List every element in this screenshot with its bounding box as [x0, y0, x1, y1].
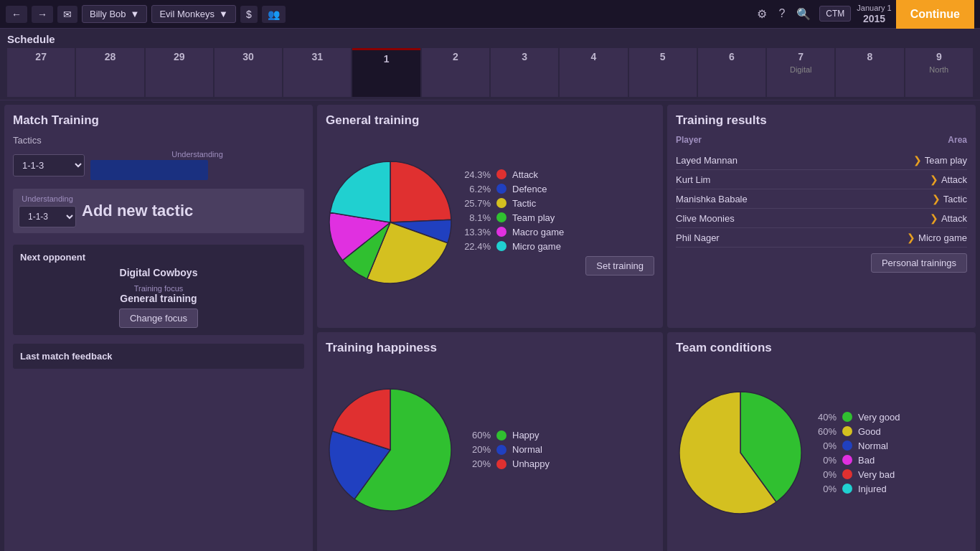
legend-dot: [496, 184, 507, 194]
schedule-day[interactable]: 3: [491, 48, 558, 97]
last-match-title: Last match feedback: [20, 351, 297, 362]
add-tactic-select[interactable]: 1-1-3: [19, 206, 76, 227]
schedule-event-label: Digital: [768, 65, 833, 74]
legend-dot: [842, 484, 852, 494]
legend-item: 40% Very good: [814, 412, 967, 423]
schedule-day[interactable]: 9North: [905, 48, 973, 97]
legend-label: Normal: [512, 444, 542, 455]
training-results-card: Training results Player Area Layed Manna…: [667, 105, 976, 328]
legend-item: 25.7% Tactic: [463, 198, 654, 209]
training-happiness-content: 60% Happy20% Normal20% Unhappy: [326, 361, 654, 538]
add-tactic-label: Add new tactic: [82, 202, 193, 220]
legend-item: 0% Injured: [814, 484, 967, 494]
player-name: Kurt Lim: [676, 174, 924, 185]
legend-pct: 60%: [814, 426, 837, 437]
schedule-day[interactable]: 2: [422, 48, 489, 97]
player-name: Phil Nager: [676, 232, 901, 243]
tactic-select[interactable]: 1-1-3: [13, 154, 85, 176]
team-selector[interactable]: Evil Monkeys ▼: [151, 5, 235, 23]
schedule-day[interactable]: 4: [560, 48, 627, 97]
legend-label: Attack: [512, 169, 538, 180]
legend-pct: 0%: [814, 469, 837, 480]
conditions-legend: 40% Very good60% Good0% Normal0% Bad0% V…: [814, 412, 967, 494]
schedule-day[interactable]: 8: [836, 48, 903, 97]
legend-item: 0% Very bad: [814, 469, 967, 480]
schedule-day[interactable]: 28: [76, 48, 143, 97]
legend-pct: 0%: [814, 455, 837, 466]
training-focus-value: General training: [20, 293, 297, 304]
transfer-button[interactable]: $: [240, 6, 258, 23]
nav-date-line2: 2015: [857, 13, 891, 25]
training-happiness-card: Training happiness 60% Happy20% Normal20…: [317, 332, 663, 551]
schedule-day[interactable]: 6: [698, 48, 765, 97]
manager-dropdown-icon: ▼: [131, 9, 140, 19]
player-name: Layed Mannan: [676, 155, 908, 166]
legend-item: 0% Bad: [814, 455, 967, 466]
schedule-day[interactable]: 31: [283, 48, 351, 97]
legend-item: 20% Normal: [463, 444, 654, 455]
squad-button[interactable]: 👥: [262, 6, 286, 23]
player-area: ❯ Team play: [913, 154, 967, 166]
schedule-day[interactable]: 7Digital: [767, 48, 834, 97]
schedule-days: 27282930311234567Digital89North: [7, 48, 973, 97]
continue-button[interactable]: Continue: [896, 0, 974, 29]
help-button[interactable]: ?: [776, 4, 788, 23]
schedule-day[interactable]: 30: [215, 48, 282, 97]
general-training-title: General training: [326, 113, 654, 128]
legend-item: 13.3% Macro game: [463, 227, 654, 237]
top-nav: ← → ✉ Billy Bob ▼ Evil Monkeys ▼ $ 👥 ⚙ ?…: [0, 0, 980, 29]
table-row: Clive Moonies ❯ Attack: [676, 209, 967, 228]
col-area: Area: [948, 135, 967, 145]
legend-item: 22.4% Micro game: [463, 241, 654, 252]
legend-label: Good: [858, 426, 881, 437]
legend-label: Happy: [512, 430, 540, 441]
legend-label: Injured: [858, 484, 887, 494]
add-tactic-row[interactable]: Understanding 1-1-3 Add new tactic: [13, 189, 304, 233]
player-name: Clive Moonies: [676, 213, 924, 224]
legend-dot: [496, 430, 507, 441]
settings-button[interactable]: ⚙: [754, 4, 770, 24]
legend-dot: [496, 445, 507, 455]
change-focus-button[interactable]: Change focus: [119, 309, 198, 328]
schedule-day[interactable]: 1: [352, 48, 420, 97]
schedule-day[interactable]: 27: [7, 48, 75, 97]
legend-item: 20% Unhappy: [463, 458, 654, 469]
team-name: Evil Monkeys: [159, 9, 215, 19]
legend-pct: 40%: [814, 412, 837, 423]
legend-pct: 25.7%: [463, 198, 491, 209]
schedule-title: Schedule: [7, 33, 973, 45]
forward-button[interactable]: →: [32, 6, 53, 23]
schedule-day[interactable]: 5: [629, 48, 697, 97]
right-panel: Training results Player Area Layed Manna…: [667, 105, 976, 551]
mail-button[interactable]: ✉: [57, 6, 77, 23]
player-area: ❯ Attack: [930, 212, 967, 224]
schedule-day[interactable]: 29: [146, 48, 213, 97]
manager-team-selector[interactable]: Billy Bob ▼: [82, 5, 147, 23]
table-row: Manishka Babale ❯ Tactic: [676, 189, 967, 209]
player-name: Manishka Babale: [676, 194, 926, 204]
set-training-button[interactable]: Set training: [585, 256, 654, 276]
general-training-pie: [326, 158, 455, 287]
legend-label: Very bad: [858, 469, 895, 480]
search-button[interactable]: 🔍: [793, 4, 814, 24]
legend-label: Micro game: [512, 241, 561, 252]
legend-dot: [496, 227, 507, 237]
arrow-icon: ❯: [930, 174, 938, 185]
personal-trainings-button[interactable]: Personal trainings: [871, 253, 967, 273]
tactics-row: 1-1-3 Understanding: [13, 150, 304, 180]
back-button[interactable]: ←: [6, 6, 27, 23]
understanding-container: Understanding: [90, 150, 304, 180]
next-opponent-section: Next opponent Digital Cowboys Training f…: [13, 245, 304, 335]
training-results-rows: Layed Mannan ❯ Team play Kurt Lim ❯ Atta…: [676, 151, 967, 248]
legend-pct: 24.3%: [463, 169, 491, 180]
legend-pct: 20%: [463, 444, 491, 455]
results-header: Player Area: [676, 135, 967, 145]
legend-item: 60% Good: [814, 426, 967, 437]
legend-dot: [842, 426, 852, 436]
legend-pct: 13.3%: [463, 227, 491, 237]
legend-item: 24.3% Attack: [463, 169, 654, 180]
team-dropdown-icon: ▼: [219, 9, 228, 19]
legend-item: 8.1% Team play: [463, 212, 654, 223]
legend-pct: 22.4%: [463, 241, 491, 252]
nav-date: January 1 2015: [857, 4, 891, 25]
